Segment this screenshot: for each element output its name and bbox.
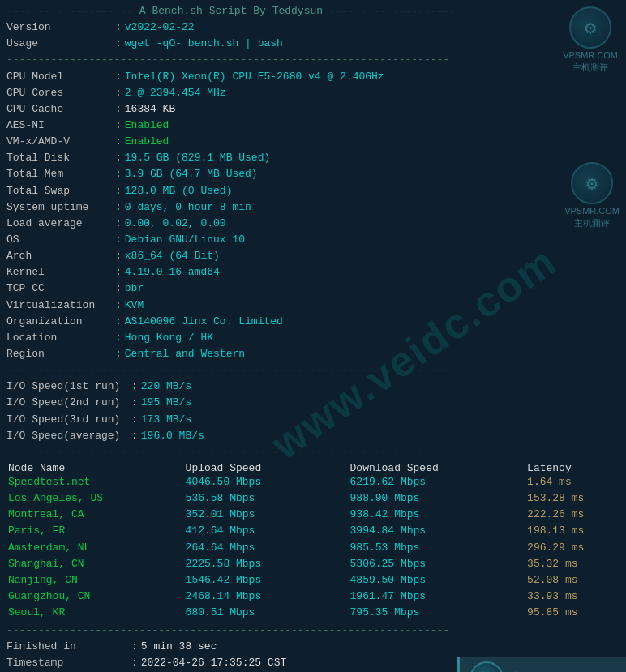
table-cell: 352.01 Mbps bbox=[184, 507, 349, 523]
table-cell: 3994.84 Mbps bbox=[349, 523, 526, 539]
cpu-model-value: Intel(R) Xeon(R) CPU E5-2680 v4 @ 2.40GH… bbox=[125, 69, 384, 85]
io-run1-label: I/O Speed(1st run) bbox=[6, 379, 128, 395]
disk-line: Total Disk : 19.5 GB (829.1 MB Used) bbox=[6, 150, 620, 166]
logo-circle-top: ⚙ bbox=[569, 6, 611, 49]
table-cell: 412.64 Mbps bbox=[184, 523, 349, 539]
uptime-line: System uptime : 0 days, 0 hour 8 min bbox=[6, 199, 620, 216]
kernel-line: Kernel : 4.19.0-16-amd64 bbox=[6, 264, 620, 280]
logo-circle-mid: ⚙ bbox=[571, 162, 613, 204]
loc-line: Location : Hong Kong / HK bbox=[6, 330, 620, 346]
table-row: Speedtest.net4046.50 Mbps6219.62 Mbps1.6… bbox=[6, 474, 620, 490]
kernel-value: 4.19.0-16-amd64 bbox=[125, 264, 220, 280]
swap-value: 128.0 MB (0 Used) bbox=[125, 183, 233, 199]
os-value: Debian GNU/Linux 10 bbox=[125, 232, 245, 248]
io-run2-value: 195 MB/s bbox=[141, 395, 191, 411]
disk-label: Total Disk bbox=[6, 150, 112, 166]
region-line: Region : Central and Western bbox=[6, 346, 620, 362]
table-cell: Shanghai, CN bbox=[6, 556, 184, 572]
table-cell: Nanjing, CN bbox=[6, 572, 184, 589]
finished-value: 5 min 38 sec bbox=[141, 639, 217, 655]
uptime-label: System uptime bbox=[6, 199, 112, 216]
swap-label: Total Swap bbox=[6, 183, 112, 199]
tcp-label: TCP CC bbox=[6, 280, 112, 297]
aes-line: AES-NI : Enabled bbox=[6, 118, 620, 134]
table-row: Paris, FR412.64 Mbps3994.84 Mbps198.13 m… bbox=[6, 523, 620, 539]
table-cell: 795.35 Mbps bbox=[349, 605, 526, 621]
table-row: Seoul, KR680.51 Mbps795.35 Mbps95.85 ms bbox=[6, 605, 620, 621]
table-cell: 988.90 Mbps bbox=[349, 490, 526, 507]
cpu-cache-line: CPU Cache : 16384 KB bbox=[6, 101, 620, 118]
io-divider2: ----------------------------------------… bbox=[6, 444, 620, 460]
table-row: Montreal, CA352.01 Mbps938.42 Mbps222.26… bbox=[6, 507, 620, 523]
version-label: Version bbox=[6, 19, 112, 36]
table-cell: 2468.14 Mbps bbox=[184, 589, 349, 605]
uptime-value: 0 days, 0 hour 8 min bbox=[125, 199, 251, 216]
logo-text-mid-vpsmr: VPSMR.COM bbox=[564, 206, 620, 216]
divider1: ----------------------------------------… bbox=[6, 52, 620, 68]
col-node: Node Name bbox=[6, 462, 184, 474]
header-divider-top: -------------------- A Bench.sh Script B… bbox=[6, 3, 620, 19]
table-cell: 4859.50 Mbps bbox=[349, 572, 526, 589]
org-value: AS140096 Jinx Co. Limited bbox=[125, 314, 283, 330]
table-cell: 35.32 ms bbox=[525, 556, 620, 572]
vmamd-value: Enabled bbox=[125, 134, 169, 150]
table-cell: Seoul, KR bbox=[6, 605, 184, 621]
io-avg-line: I/O Speed(average) : 196.0 MB/s bbox=[6, 428, 620, 444]
kernel-label: Kernel bbox=[6, 264, 112, 280]
version-line: Version : v2022-02-22 bbox=[6, 19, 620, 36]
logo-text-mid-host: 主机测评 bbox=[574, 217, 610, 229]
arch-line: Arch : x86_64 (64 Bit) bbox=[6, 248, 620, 264]
region-label: Region bbox=[6, 346, 112, 362]
usage-line: Usage : wget -qO- bench.sh | bash bbox=[6, 36, 620, 52]
io-run1-value: 220 MB/s bbox=[141, 379, 191, 395]
mem-line: Total Mem : 3.9 GB (64.7 MB Used) bbox=[6, 166, 620, 182]
table-cell: 4046.50 Mbps bbox=[184, 474, 349, 490]
usage-value: wget -qO- bench.sh | bash bbox=[125, 36, 283, 52]
table-cell: 985.53 Mbps bbox=[349, 540, 526, 556]
table-row: Guangzhou, CN2468.14 Mbps1961.47 Mbps33.… bbox=[6, 589, 620, 605]
table-cell: Paris, FR bbox=[6, 523, 184, 539]
table-row: Los Angeles, US536.58 Mbps988.90 Mbps153… bbox=[6, 490, 620, 507]
table-cell: 52.08 ms bbox=[525, 572, 620, 589]
table-cell: Amsterdam, NL bbox=[6, 540, 184, 556]
table-cell: 296.29 ms bbox=[525, 540, 620, 556]
swap-line: Total Swap : 128.0 MB (0 Used) bbox=[6, 183, 620, 199]
cpu-model-line: CPU Model : Intel(R) Xeon(R) CPU E5-2680… bbox=[6, 69, 620, 85]
cpu-cores-value: 2 @ 2394.454 MHz bbox=[125, 85, 226, 101]
logo-bottom: ⚙ 主机测评 vpsmr.com bbox=[457, 657, 626, 672]
arch-value: x86_64 (64 Bit) bbox=[125, 248, 220, 264]
cpu-cores-label: CPU Cores bbox=[6, 85, 112, 101]
logo-text-vpsmr: VPSMR.COM bbox=[563, 50, 618, 60]
version-value: v2022-02-22 bbox=[125, 19, 195, 36]
loc-value: Hong Kong / HK bbox=[125, 330, 213, 346]
table-cell: Guangzhou, CN bbox=[6, 589, 184, 605]
table-row: Amsterdam, NL264.64 Mbps985.53 Mbps296.2… bbox=[6, 540, 620, 556]
table-cell: 1546.42 Mbps bbox=[184, 572, 349, 589]
terminal: www.veidc.com ⚙ VPSMR.COM 主机测评 ⚙ VPSMR.C… bbox=[0, 0, 626, 672]
disk-value: 19.5 GB (829.1 MB Used) bbox=[125, 150, 270, 166]
load-line: Load average : 0.00, 0.02, 0.00 bbox=[6, 216, 620, 232]
table-cell: 1961.47 Mbps bbox=[349, 589, 526, 605]
col-upload: Upload Speed bbox=[184, 462, 349, 474]
table-cell: 1.64 ms bbox=[525, 474, 620, 490]
virt-label: Virtualization bbox=[6, 297, 112, 314]
table-cell: 95.85 ms bbox=[525, 605, 620, 621]
table-cell: 198.13 ms bbox=[525, 523, 620, 539]
logo-text-host: 主机测评 bbox=[572, 62, 608, 74]
table-cell: 33.93 ms bbox=[525, 589, 620, 605]
table-cell: 222.26 ms bbox=[525, 507, 620, 523]
timestamp-label: Timestamp bbox=[6, 655, 128, 671]
vmamd-label: VM-x/AMD-V bbox=[6, 134, 112, 150]
mem-value: 3.9 GB (64.7 MB Used) bbox=[125, 166, 258, 182]
aes-label: AES-NI bbox=[6, 118, 112, 134]
logo-mid-right: ⚙ VPSMR.COM 主机测评 bbox=[564, 162, 620, 229]
load-label: Load average bbox=[6, 216, 112, 232]
cpu-cache-label: CPU Cache bbox=[6, 101, 112, 118]
io-run3-line: I/O Speed(3rd run) : 173 MB/s bbox=[6, 412, 620, 428]
io-run1-line: I/O Speed(1st run) : 220 MB/s bbox=[6, 379, 620, 395]
org-line: Organization : AS140096 Jinx Co. Limited bbox=[6, 314, 620, 330]
speed-divider: ----------------------------------------… bbox=[6, 623, 620, 639]
speed-table: Node Name Upload Speed Download Speed La… bbox=[6, 462, 620, 621]
cpu-cores-line: CPU Cores : 2 @ 2394.454 MHz bbox=[6, 85, 620, 101]
arch-label: Arch bbox=[6, 248, 112, 264]
